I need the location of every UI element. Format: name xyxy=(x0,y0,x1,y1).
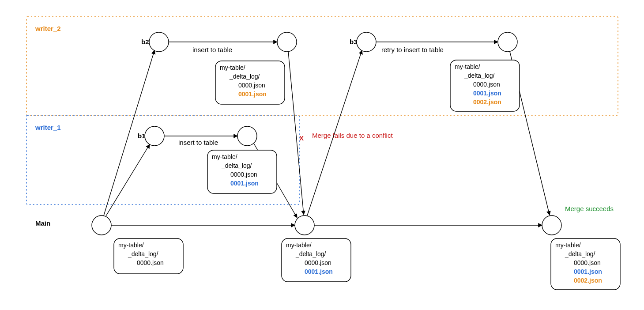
node-b2-start xyxy=(149,32,169,52)
label-b3: b3 xyxy=(350,38,358,45)
filebox-main-2-root: my-table/ xyxy=(555,242,581,249)
label-b2: b2 xyxy=(141,38,149,45)
label-merge-ok: Merge succeeds xyxy=(565,205,614,212)
filebox-b1-f0: 0000.json xyxy=(230,171,257,178)
filebox-main-2-f2: 0002.json xyxy=(574,277,602,284)
lane-label-writer2: writer_2 xyxy=(35,25,61,32)
node-b3-end xyxy=(498,32,517,52)
filebox-b3-f1: 0001.json xyxy=(473,90,501,97)
filebox-b1-root: my-table/ xyxy=(212,153,237,160)
filebox-b1-f1: 0001.json xyxy=(230,180,259,187)
filebox-b3-f2: 0002.json xyxy=(473,98,501,106)
edge-main-to-b2 xyxy=(104,50,154,215)
node-b1-start xyxy=(145,126,164,146)
filebox-main-0-root: my-table/ xyxy=(118,242,144,249)
label-b2-action: insert to table xyxy=(192,46,232,53)
filebox-b1-log: _delta_log/ xyxy=(221,162,252,169)
edge-main-to-b1 xyxy=(106,144,150,216)
filebox-main-1-root: my-table/ xyxy=(286,242,312,249)
filebox-main-0-f0: 0000.json xyxy=(137,259,164,266)
node-main-0 xyxy=(92,215,111,235)
filebox-main-2-f0: 0000.json xyxy=(574,259,601,266)
filebox-b2-f0: 0000.json xyxy=(238,82,265,89)
node-main-2 xyxy=(542,215,561,235)
label-b1: b1 xyxy=(138,132,146,140)
node-b3-start xyxy=(357,32,376,52)
filebox-main-1-f1: 0001.json xyxy=(305,268,333,275)
label-merge-fail: Merge fails due to a conflict xyxy=(312,132,393,139)
filebox-main-0-log: _delta_log/ xyxy=(128,250,158,257)
node-b1-end xyxy=(237,126,257,146)
merge-fail-x-icon: X xyxy=(299,134,304,142)
filebox-b3-f0: 0000.json xyxy=(473,81,500,88)
edge-b2-to-main-fail xyxy=(288,52,304,215)
filebox-b2-f1: 0001.json xyxy=(238,91,267,98)
label-b1-action: insert to table xyxy=(178,139,218,146)
diagram-canvas: writer_2 writer_1 Main b1 insert to tabl… xyxy=(0,0,644,310)
filebox-b3-root: my-table/ xyxy=(455,63,480,70)
filebox-main-2-log: _delta_log/ xyxy=(565,250,595,257)
label-b3-action: retry to insert to table xyxy=(381,46,444,53)
node-main-1 xyxy=(295,215,314,235)
lane-label-main: Main xyxy=(35,219,50,227)
filebox-b2-root: my-table/ xyxy=(220,64,245,71)
filebox-main-1-f0: 0000.json xyxy=(305,259,331,266)
lane-writer2 xyxy=(26,17,618,115)
filebox-main-1-log: _delta_log/ xyxy=(295,250,326,257)
filebox-b3-log: _delta_log/ xyxy=(464,72,495,79)
filebox-b2-log: _delta_log/ xyxy=(229,73,260,80)
node-b2-end xyxy=(277,32,297,52)
lane-label-writer1: writer_1 xyxy=(35,124,61,131)
filebox-main-2-f1: 0001.json xyxy=(574,268,602,275)
